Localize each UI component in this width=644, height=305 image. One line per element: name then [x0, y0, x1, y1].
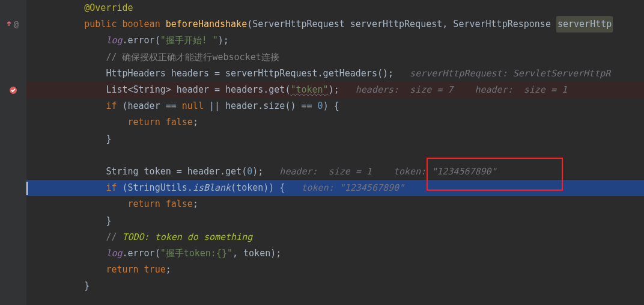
bool-literal: true — [144, 262, 166, 278]
param-text: ServerHttpRequest serverHttpRequest — [252, 16, 442, 32]
code-line[interactable]: // TODO: token do something — [26, 229, 644, 245]
number-literal: 0 — [247, 164, 252, 180]
code-line[interactable]: } — [26, 131, 644, 147]
field-ref: log — [106, 32, 122, 49]
code-line[interactable]: List<String> header = headers.get("token… — [26, 82, 644, 98]
brace: } — [106, 131, 111, 147]
string-literal-warn: "token" — [290, 82, 328, 98]
code-line[interactable]: if (StringUtils.isBlank(token)) { token:… — [26, 180, 644, 196]
code-line[interactable]: } — [26, 213, 644, 229]
override-gutter-icon[interactable]: @ — [0, 16, 24, 32]
comment: // 确保授权正确才能进行websocket连接 — [106, 49, 279, 66]
brace: } — [106, 213, 111, 229]
code-text: HttpHeaders headers = serverHttpRequest.… — [106, 66, 393, 82]
code-line[interactable]: HttpHeaders headers = serverHttpRequest.… — [26, 66, 644, 82]
keyword: if — [106, 98, 117, 114]
code-line[interactable]: log.error("握手开始! "); — [26, 32, 644, 49]
inline-hint: header: size = 1 token: "1234567890" — [263, 164, 496, 180]
inline-hint: headers: size = 7 header: size = 1 — [339, 82, 567, 98]
gutter: @ — [0, 0, 26, 305]
code-line[interactable]: // 确保授权正确才能进行websocket连接 — [26, 49, 644, 66]
keyword: public — [84, 16, 117, 32]
keyword: return — [128, 114, 166, 131]
keyword: return — [128, 196, 166, 212]
code-line[interactable]: log.error("握手token:{}", token); — [26, 245, 644, 262]
comment-slashes: // — [106, 229, 122, 245]
bool-literal: false — [166, 114, 193, 131]
string-literal: "握手开始! " — [160, 32, 218, 49]
string-literal: "握手token:{}" — [160, 245, 232, 262]
method-call: error — [128, 245, 155, 262]
bool-literal: false — [166, 196, 193, 212]
keyword: if — [106, 180, 117, 196]
code-text: List<String> header = headers.get( — [106, 82, 290, 98]
code-text: String token = header.get( — [106, 164, 247, 180]
inline-hint: serverHttpRequest: ServletServerHttpR — [393, 66, 610, 82]
code-line[interactable]: return false; — [26, 196, 644, 212]
method-call: error — [128, 32, 155, 49]
code-line[interactable]: public boolean beforeHandshake(ServerHtt… — [26, 16, 644, 32]
code-line[interactable]: return true; — [26, 262, 644, 278]
keyword: return — [106, 262, 144, 278]
inline-hint: token: "1234567890" — [285, 180, 404, 196]
method-name: beforeHandshake — [166, 16, 247, 32]
todo-comment: TODO: token do something — [122, 229, 252, 245]
keyword: boolean — [122, 16, 160, 32]
code-area[interactable]: @Override public boolean beforeHandshake… — [26, 0, 644, 305]
identifier-highlight: serverHttp — [556, 16, 613, 32]
code-editor[interactable]: @ ⊟ ⊟ ⌄ ⌄ ⊟ ⌄ ⌄ @Override public — [0, 0, 644, 305]
code-line[interactable]: if (header == null || header.size() == 0… — [26, 98, 644, 114]
breakpoint-icon[interactable] — [1, 82, 25, 98]
code-line[interactable]: String token = header.get(0); header: si… — [26, 164, 644, 180]
param-text: ServerHttpResponse — [453, 16, 551, 32]
field-ref: log — [106, 245, 122, 262]
code-line[interactable]: @Override — [26, 0, 644, 16]
code-line[interactable]: return false; — [26, 114, 644, 131]
code-line[interactable]: } — [26, 278, 644, 294]
null-literal: null — [182, 98, 204, 114]
static-method-call: isBlank — [193, 180, 231, 196]
annotation: @Override — [84, 0, 133, 16]
number-literal: 0 — [318, 98, 323, 114]
brace: } — [84, 278, 90, 294]
code-line[interactable] — [26, 147, 644, 164]
